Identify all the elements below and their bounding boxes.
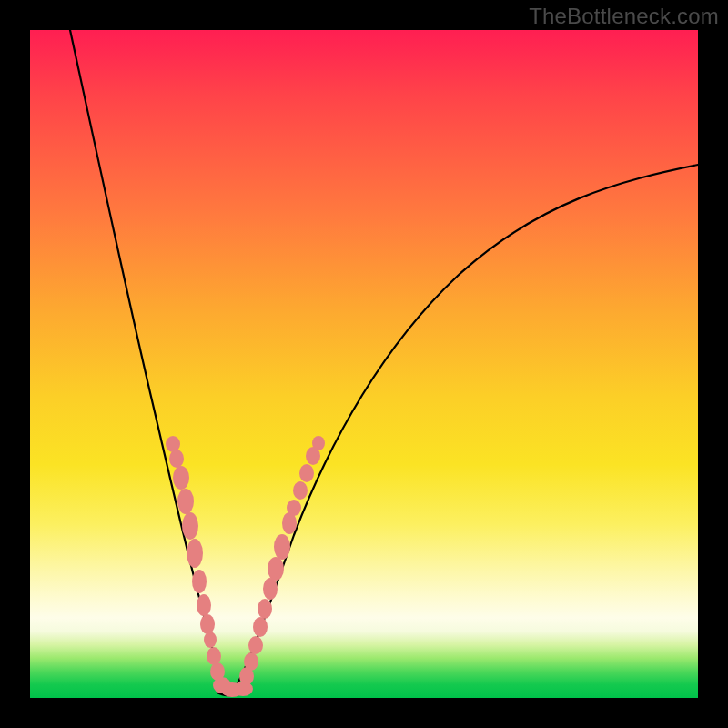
blob	[182, 512, 198, 540]
bottleneck-curve	[70, 30, 698, 695]
chart-frame: TheBottleneck.com	[0, 0, 728, 728]
plot-area	[30, 30, 698, 698]
blob	[299, 464, 314, 482]
blob	[293, 481, 308, 500]
blob	[197, 594, 211, 616]
data-blobs	[166, 436, 325, 697]
blob	[244, 652, 258, 671]
blob	[312, 436, 325, 450]
blob	[268, 557, 284, 581]
blob	[177, 489, 194, 514]
blob	[192, 570, 207, 593]
blob	[263, 578, 278, 600]
curve-right-branch	[233, 165, 698, 692]
blob	[258, 599, 272, 619]
blob	[173, 466, 189, 490]
blob	[253, 617, 268, 637]
curve-layer	[30, 30, 698, 698]
blob	[248, 636, 263, 654]
blob	[287, 500, 301, 516]
watermark-text: TheBottleneck.com	[529, 4, 719, 29]
blob	[200, 614, 215, 634]
blob	[204, 632, 217, 648]
blob	[169, 450, 184, 468]
blob	[207, 647, 221, 665]
blob	[274, 534, 290, 560]
blob	[187, 539, 203, 568]
